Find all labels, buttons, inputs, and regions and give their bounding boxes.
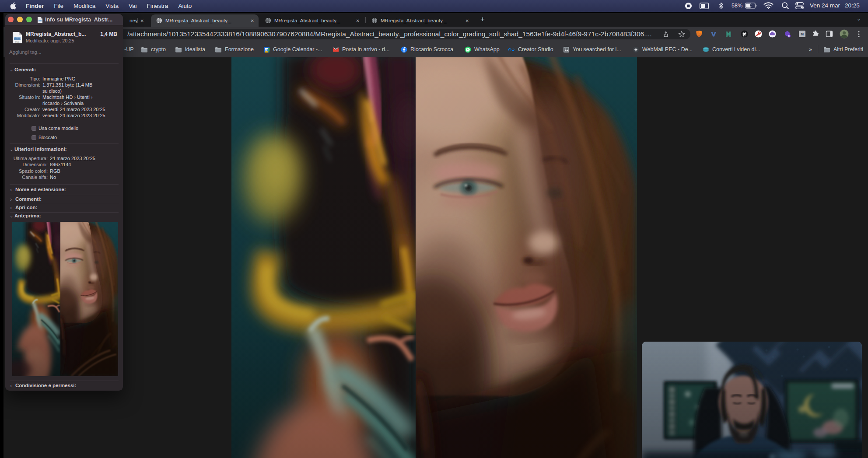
svg-text:31: 31 [265, 48, 268, 51]
svg-text:M: M [801, 32, 804, 36]
svg-text:PNG: PNG [15, 41, 20, 43]
